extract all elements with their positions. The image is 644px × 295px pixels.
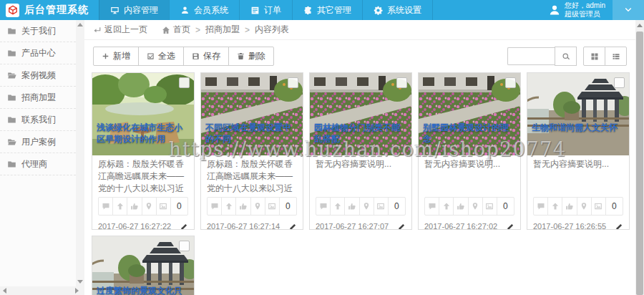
search-button[interactable]	[555, 47, 577, 66]
sidebar-item[interactable]: 产品中心	[0, 42, 76, 64]
card-summary: 暂无内容摘要说明...	[316, 158, 406, 194]
sidebar-item[interactable]: 关于我们	[0, 20, 76, 42]
app-logo[interactable]: 后台管理系统	[0, 0, 99, 20]
edit-button[interactable]	[180, 221, 188, 230]
menu-item[interactable]: 系统设置	[362, 0, 433, 20]
scroll-up-icon[interactable]	[77, 23, 83, 26]
card-checkbox[interactable]	[179, 241, 190, 251]
sidebar-item[interactable]: 用户案例	[0, 131, 76, 153]
image-icon[interactable]	[156, 198, 170, 215]
menu-item[interactable]: 其它管理	[292, 0, 362, 20]
sidebar-item[interactable]: 联系我们	[0, 109, 76, 131]
toolbar-button[interactable]: 保存	[183, 47, 229, 66]
breadcrumb-home[interactable]: 首页	[162, 24, 190, 36]
menu-item[interactable]: 会员系统	[169, 0, 239, 20]
card-title-link[interactable]: 别墅园林景观设计的理念	[423, 122, 516, 145]
search-input[interactable]	[507, 47, 555, 65]
sidebar-item[interactable]: 代理商	[0, 153, 76, 175]
home-icon	[162, 26, 170, 34]
breadcrumb-item-category[interactable]: 招商加盟	[205, 24, 240, 36]
content-card: 生物和谐尚需人文关怀 暂无内容摘要说明... 0 2017-06-27 16:2…	[527, 72, 630, 230]
toolbar-button-label: 删除	[248, 50, 265, 62]
scrollbar-thumb[interactable]	[636, 32, 643, 295]
card-title-link[interactable]: 浅谈绿化在城市生态小区早期设计的作用	[97, 122, 190, 145]
upvote-icon[interactable]	[547, 198, 562, 215]
action-button-group: 新增 全选 保存 删除	[93, 47, 274, 66]
card-checkbox[interactable]	[179, 77, 190, 88]
card-summary: 暂无内容摘要说明...	[533, 158, 623, 194]
back-link[interactable]: 返回上一页	[93, 24, 147, 36]
menu-item[interactable]: 订单	[239, 0, 292, 20]
card-image[interactable]: 浅谈绿化在城市生态小区早期设计的作用	[92, 73, 194, 155]
like-icon[interactable]	[235, 198, 250, 215]
folder-icon	[7, 49, 16, 58]
user-greeting: 您好，admin	[565, 1, 605, 10]
sidebar-vertical-scrollbar[interactable]	[76, 20, 84, 286]
sidebar-item[interactable]: 招商加盟	[0, 87, 76, 109]
edit-button[interactable]	[397, 221, 406, 230]
card-image[interactable]: 园林植物分门别类不能乱搭配	[310, 73, 411, 155]
card-title-link[interactable]: 园林植物分门别类不能乱搭配	[314, 122, 407, 145]
user-menu-toggle[interactable]	[613, 0, 644, 20]
user-info[interactable]: 您好，admin 超级管理员	[542, 0, 613, 20]
scroll-down-icon[interactable]	[77, 280, 83, 284]
image-icon[interactable]	[374, 198, 388, 215]
menu-icon	[374, 6, 383, 15]
card-title-link[interactable]: 生物和谐尚需人文关怀	[532, 122, 625, 133]
upvote-icon[interactable]	[221, 198, 235, 215]
card-count: 0	[279, 198, 296, 215]
card-image[interactable]: 不同区域在景观设置中的不同	[201, 73, 303, 155]
like-icon[interactable]	[127, 198, 141, 215]
card-checkbox[interactable]	[505, 77, 516, 88]
comment-icon[interactable]	[534, 198, 547, 215]
image-icon[interactable]	[591, 198, 605, 215]
comment-icon[interactable]	[316, 198, 330, 215]
toolbar-button[interactable]: 全选	[138, 47, 184, 66]
sidebar: 关于我们 产品中心 案例视频 招商加盟 联系我们 用户案例 代理商	[0, 20, 77, 286]
comment-icon[interactable]	[99, 198, 112, 215]
card-checkbox[interactable]	[614, 77, 625, 88]
upvote-icon[interactable]	[439, 198, 453, 215]
sidebar-horizontal-scrollbar[interactable]	[0, 286, 84, 295]
menu-item[interactable]: 内容管理	[99, 0, 169, 20]
card-image[interactable]: 别墅园林景观设计的理念	[419, 73, 520, 155]
list-view-button[interactable]	[605, 47, 627, 66]
card-image[interactable]: 过度繁饰的景观文化只能是	[92, 236, 194, 295]
card-image[interactable]: 生物和谐尚需人文关怀	[527, 73, 629, 155]
card-title-link[interactable]: 不同区域在景观设置中的不同	[205, 122, 298, 145]
toolbar-button-icon	[147, 52, 155, 60]
like-icon[interactable]	[562, 198, 576, 215]
pin-icon[interactable]	[250, 198, 265, 215]
card-actions: 0	[533, 197, 623, 216]
edit-button[interactable]	[615, 221, 623, 230]
card-title-link[interactable]: 过度繁饰的景观文化只能是	[97, 285, 190, 295]
pin-icon[interactable]	[359, 198, 374, 215]
card-summary: 原标题：殷殷关怀暖香江高瞻远瞩展未来——党的十八大以来以习近平同志为核心的党中央…	[207, 158, 297, 194]
like-icon[interactable]	[453, 198, 467, 215]
scroll-left-icon[interactable]	[3, 288, 6, 294]
edit-button[interactable]	[506, 221, 514, 230]
upvote-icon[interactable]	[330, 198, 344, 215]
comment-icon[interactable]	[208, 198, 221, 215]
page-scrollbar[interactable]	[635, 20, 644, 295]
toolbar-button-icon	[237, 52, 245, 60]
grid-view-button[interactable]	[583, 47, 605, 66]
edit-button[interactable]	[288, 221, 297, 230]
toolbar-button[interactable]: 删除	[228, 47, 274, 66]
card-summary: 暂无内容摘要说明...	[424, 158, 514, 194]
card-checkbox[interactable]	[396, 77, 407, 88]
toolbar-button[interactable]: 新增	[93, 47, 139, 66]
like-icon[interactable]	[344, 198, 358, 215]
card-checkbox[interactable]	[288, 77, 298, 88]
pin-icon[interactable]	[577, 198, 591, 215]
upvote-icon[interactable]	[112, 198, 127, 215]
scroll-up-icon[interactable]	[637, 24, 643, 27]
pin-icon[interactable]	[142, 198, 156, 215]
comment-icon[interactable]	[425, 198, 439, 215]
scroll-right-icon[interactable]	[75, 288, 79, 294]
content-card: 过度繁饰的景观文化只能是	[92, 236, 195, 295]
image-icon[interactable]	[482, 198, 497, 215]
pin-icon[interactable]	[468, 198, 482, 215]
image-icon[interactable]	[265, 198, 279, 215]
sidebar-item[interactable]: 案例视频	[0, 64, 76, 87]
